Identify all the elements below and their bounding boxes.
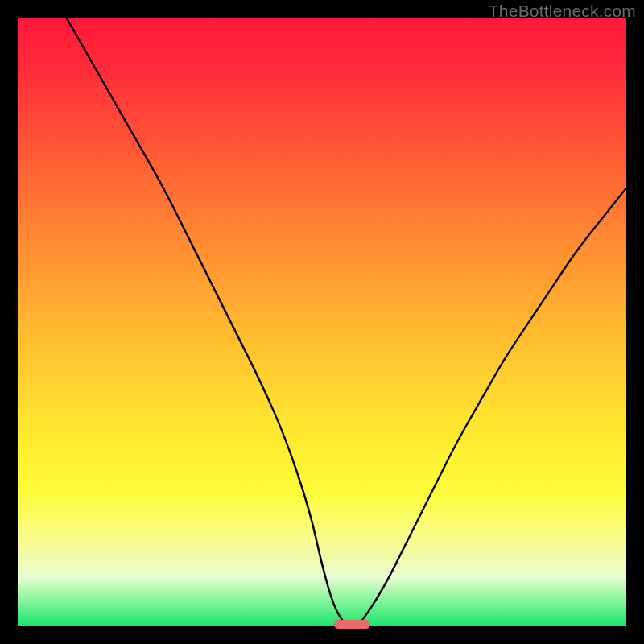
plot-area	[18, 18, 626, 626]
minimum-marker	[334, 620, 370, 629]
chart-frame: TheBottleneck.com	[0, 0, 644, 644]
bottleneck-curve	[66, 18, 626, 626]
bottleneck-curve-svg	[18, 18, 626, 626]
